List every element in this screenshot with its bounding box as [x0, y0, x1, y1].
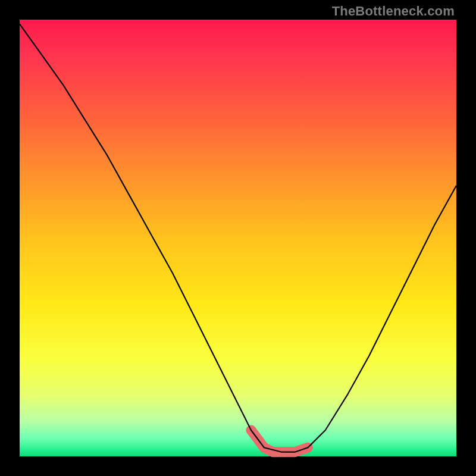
plot-area [20, 20, 456, 456]
chart-svg [20, 20, 456, 456]
watermark-label: TheBottleneck.com [332, 4, 455, 19]
bottleneck-curve-line [20, 24, 456, 452]
outer-frame: TheBottleneck.com [0, 0, 476, 476]
